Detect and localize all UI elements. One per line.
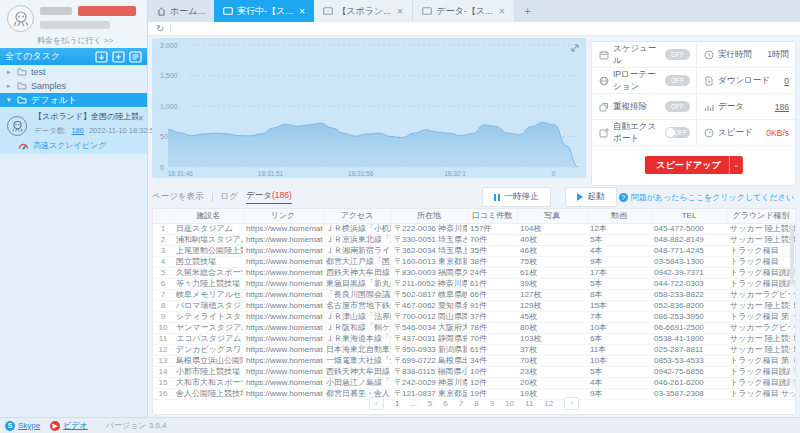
page-8[interactable]: 8 [474,399,478,408]
download-count[interactable]: 0 [784,76,789,86]
header-cell[interactable]: 施設名 [173,209,243,223]
table-row[interactable]: 9シティライトスタジアムhttps://www.homemate-rese...… [153,311,795,322]
row-index: 1 [153,223,173,234]
new-task-icon[interactable] [112,51,125,63]
help-link[interactable]: ? 問題があったらここをクリックしてください [619,192,794,203]
table-cell: 048-771-4245 [651,245,727,256]
table-cell: 70枚 [517,355,587,366]
question-icon: ? [619,193,628,202]
import-task-icon[interactable] [95,51,108,63]
scrollbar-thumb[interactable] [790,225,794,285]
chevron-down-icon[interactable]: ⌄ [729,156,743,174]
row-index: 10 [153,322,173,333]
table-row[interactable]: 3上尾運動公園陸上競技場https://www.homemate-rese...… [153,245,795,256]
task-item[interactable]: 【スポランド】全国の陸上競技場一覧 | ホ... ✕ データ数: 186 202… [0,108,147,154]
pause-button[interactable]: 一時停止 [482,187,551,207]
new-tab-button[interactable]: + [515,5,539,17]
table-row[interactable]: 2浦和駒場スタジアムhttps://www.homemate-rese...ＪＲ… [153,234,795,245]
all-tasks-header[interactable]: 全てのタスク [0,48,147,65]
header-cell[interactable]: アクセス [323,209,391,223]
chevron-right-icon[interactable]: ▸ [7,82,13,90]
header-cell[interactable]: グラウンド種別 [727,209,795,223]
avatar[interactable] [7,5,34,32]
show-page-tab[interactable]: ページを表示 [152,191,204,203]
ip-rotation-toggle[interactable]: OFF [665,75,690,86]
video-link[interactable]: ビデオ [63,420,88,431]
table-row[interactable]: 4国立競技場https://www.homemate-rese...都営大江戸線… [153,256,795,267]
video-icon[interactable]: ▶ [50,421,60,431]
schedule-toggle[interactable]: OFF [665,49,690,60]
expand-chart-icon[interactable] [570,43,580,53]
table-row[interactable]: 5久留米総合スポーツセンタ...https://www.homemate-res… [153,267,795,278]
page-5[interactable]: 5 [428,399,432,408]
window-icon [422,7,432,15]
folder-default[interactable]: ▾ デフォルト [0,93,147,107]
folder-label: デフォルト [31,94,77,107]
refresh-icon[interactable]: ↻ [156,24,164,34]
page-10[interactable]: 10 [505,399,514,408]
chevron-down-icon[interactable]: ▾ [7,96,13,104]
speedup-button[interactable]: スピードアップ ⌄ [644,156,742,174]
table-cell: 〒950-0933 新潟県新潟市中... [391,344,467,355]
tab-close-icon[interactable]: ✕ [299,7,306,16]
prev-page-button[interactable]: ‹ [369,397,384,410]
sub-toolbar: ↻ [148,22,800,36]
boost-scraping-link[interactable]: 高速スクレイピング [18,140,143,151]
stat-download: ダウンロード 0 [696,68,795,94]
skype-link[interactable]: Skype [18,421,40,430]
folder-test[interactable]: ▸ test [0,65,147,79]
new-group-icon[interactable] [129,51,142,63]
page-12[interactable]: 12 [544,399,553,408]
table-row[interactable]: 8パロマ瑞穂スタジアムhttps://www.homemate-rese...名… [153,300,795,311]
table-cell: トラック種目跳躍種目投て... [727,278,795,289]
start-button[interactable]: 起動 [565,187,617,207]
table-row[interactable]: 10ヤンマースタジアム長居https://www.homemate-rese..… [153,322,795,333]
pay-link[interactable]: 料金を払うに行く >> [37,35,113,46]
header-cell[interactable]: 口コミ件数 [467,209,517,223]
data-tab-count: (186) [272,190,292,200]
table-row[interactable]: 11エコパスタジアム（静岡ス...https://www.homemate-re… [153,333,795,344]
tab-home[interactable]: ホーム... [148,0,214,22]
stat-label: データ [718,101,744,113]
version-label: バージョン 3.6.4 [106,420,167,431]
page-9[interactable]: 9 [490,399,494,408]
tab-data[interactable]: データ-【ス... ✕ [413,0,515,22]
page-6[interactable]: 6 [443,399,447,408]
table-row[interactable]: 6等々力陸上競技場https://www.homemate-rese...東急目… [153,278,795,289]
tab-close-icon[interactable]: ✕ [397,7,404,16]
page-11[interactable]: 11 [525,399,533,408]
chevron-right-icon[interactable]: ▸ [7,68,13,76]
page-1[interactable]: 1 [395,399,399,408]
table-row[interactable]: 12デンカビッグスワンスタジ...https://www.homemate-re… [153,344,795,355]
table-row[interactable]: 14小郡市陸上競技場https://www.homemate-rese...西鉄… [153,366,795,377]
tab-sporan[interactable]: 【スポラン... ✕ [314,0,413,22]
table-cell: 〒160-0013 東京都新宿区霞... [391,256,467,267]
header-cell[interactable]: 写真 [517,209,587,223]
task-close-icon[interactable]: ✕ [137,114,144,123]
header-cell[interactable]: リンク [243,209,323,223]
log-tab[interactable]: ログ [221,191,238,203]
table-row[interactable]: 1日産スタジアムhttps://www.homemate-rese...ＪＲ横浜… [153,223,795,234]
tab-running[interactable]: 実行中-【ス... ✕ [214,0,314,22]
task-data-label: データ数: [34,126,66,136]
next-page-button[interactable]: › [564,397,579,410]
header-cell[interactable]: TEL [651,209,727,223]
header-cell[interactable]: 動画 [587,209,651,223]
data-count[interactable]: 186 [775,102,789,112]
table-row[interactable]: 13島根県立浜山公園陸上競技場https://www.homemate-rese… [153,355,795,366]
header-cell[interactable]: 所在地 [391,209,467,223]
table-row[interactable]: 7岐阜メモリアルセンター長...https://www.homemate-res… [153,289,795,300]
task-data-count[interactable]: 186 [71,126,84,136]
page-7[interactable]: 7 [459,399,463,408]
dedupe-toggle[interactable]: OFF [665,101,690,112]
data-tab[interactable]: データ(186) [246,190,292,204]
globe-icon [599,76,609,86]
row-index: 14 [153,366,173,377]
stat-label: ダウンロード [718,75,770,87]
auto-export-toggle[interactable]: OFF [665,127,690,138]
table-scrollbar[interactable] [790,225,794,391]
folder-samples[interactable]: ▸ Samples [0,79,147,93]
table-row[interactable]: 15大和市大和スポーツセンタ...https://www.homemate-re… [153,377,795,388]
skype-icon[interactable]: S [5,421,15,431]
tab-close-icon[interactable]: ✕ [499,7,506,16]
